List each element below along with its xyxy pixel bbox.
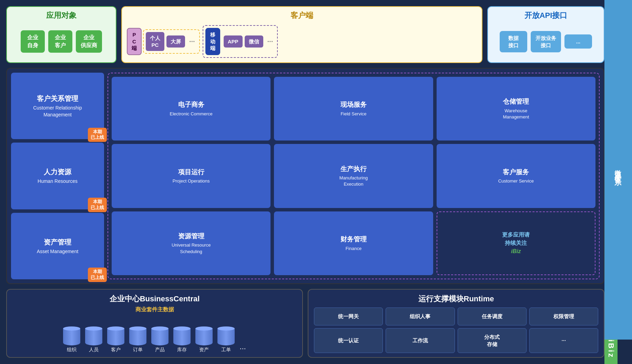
runtime-gateway: 统一网关 [314, 308, 383, 325]
warehouse-cn: 仓储管理 [503, 97, 529, 106]
cyl-order: 订单 [129, 326, 146, 353]
api-dots: ... [564, 34, 592, 49]
runtime-section: 运行支撑模块Runtime 统一网关 组织人事 任务调度 权限管理 统一认证 工… [308, 289, 604, 358]
cyl-order-shape [129, 326, 146, 345]
cs-cn: 客户服务 [503, 168, 529, 177]
cyl-dots-label: ··· [239, 344, 246, 353]
bc-cylinders: 组织 人员 客户 订单 产品 [12, 317, 297, 353]
crm-badge: 本期已上线 [88, 128, 107, 142]
ecommerce-en: Electronic Commerce [170, 111, 213, 117]
finance-cn: 财务管理 [340, 235, 367, 244]
app-item-1: 企业客户 [48, 30, 72, 53]
cyl-asset: 资产 [195, 326, 213, 353]
mfg-cn: 生产执行 [340, 165, 367, 174]
ibiz-text: iBiz生产体系 [606, 340, 616, 364]
hr-en: Human Resources [15, 178, 100, 185]
project-cn: 项目运行 [178, 168, 204, 177]
app-item-2: 企业供应商 [76, 30, 102, 53]
dots-1: ··· [187, 38, 197, 45]
business-central-section: 企业中心BusinessCentral 商业套件主数据 组织 人员 客户 订单 [6, 289, 303, 358]
api-items: 数据接口 开放业务接口 ... [493, 24, 599, 59]
manufacturing-card: 生产执行 ManufacturingExecution [274, 144, 433, 208]
field-en: Field Service [340, 111, 366, 117]
app-objects-title: 应用对象 [12, 10, 111, 21]
asset-badge: 本期已上线 [88, 268, 107, 282]
warehouse-en: WarehouseManagement [503, 108, 529, 120]
rs-cn: 资源管理 [178, 232, 204, 241]
top-row: 应用对象 企业自身 企业客户 企业供应商 客户端 PC端 个人PC 大屏 ···… [6, 6, 604, 63]
ibiz-label: iBiz生产体系 [604, 340, 618, 364]
asset-card: 资产管理 Asset Management 本期已上线 [11, 213, 104, 279]
resource-scheduling-card: 资源管理 Universal ResourceScheduling [112, 211, 271, 275]
cyl-stock: 库存 [173, 326, 191, 353]
rs-en: Universal ResourceScheduling [172, 242, 211, 254]
client-section: 客户端 PC端 个人PC 大屏 ··· 移动端 APP 微信 ··· [121, 6, 482, 63]
mobile-label: 移动端 [205, 28, 220, 55]
cyl-stock-shape [173, 326, 191, 345]
right-labels: 微服务体系 iBiz生产体系 [604, 0, 632, 364]
hr-badge: 本期已上线 [88, 198, 107, 212]
cyl-workorder-label: 工单 [221, 347, 231, 353]
cyl-customer-shape [107, 326, 124, 345]
crm-card: 客户关系管理 Customer RelationshipManagement 本… [11, 73, 104, 139]
client-title: 客户端 [127, 10, 477, 21]
api-section: 开放API接口 数据接口 开放业务接口 ... [487, 6, 604, 63]
app-objects-section: 应用对象 企业自身 企业客户 企业供应商 [6, 6, 116, 63]
big-screen: 大屏 [166, 35, 185, 48]
hr-card: 人力资源 Human Resources 本期已上线 [11, 143, 104, 209]
ecommerce-card: 电子商务 Electronic Commerce [112, 77, 271, 141]
cyl-person-shape [85, 326, 102, 345]
cyl-dots: ··· [239, 334, 246, 353]
more-card: 更多应用请持续关注iBiz [437, 211, 595, 275]
runtime-scheduler: 任务调度 [458, 308, 527, 325]
cyl-org-shape [63, 326, 80, 345]
pc-label: PC端 [127, 28, 142, 55]
cyl-product-shape [151, 326, 169, 345]
api-title: 开放API接口 [493, 10, 599, 21]
middle-row: 客户关系管理 Customer RelationshipManagement 本… [6, 68, 604, 284]
runtime-auth: 统一认证 [314, 328, 383, 353]
cyl-stock-label: 库存 [177, 347, 187, 353]
project-ops-card: 项目运行 Project Operations [112, 144, 271, 208]
more-text: 更多应用请持续关注iBiz [502, 231, 530, 256]
mobile-group: 移动端 APP 微信 ··· [203, 25, 278, 58]
cs-en: Customer Service [498, 178, 534, 184]
crm-cn: 客户关系管理 [15, 94, 100, 103]
asset-cn: 资产管理 [15, 237, 100, 247]
runtime-hr: 组织人事 [386, 308, 455, 325]
client-items: PC端 个人PC 大屏 ··· 移动端 APP 微信 ··· [127, 24, 477, 59]
wechat-item: 微信 [245, 35, 263, 48]
runtime-title: 运行支撑模块Runtime [314, 294, 598, 304]
cyl-customer: 客户 [107, 326, 124, 353]
finance-card: 财务管理 Finance [274, 211, 433, 275]
runtime-workflow: 工作流 [386, 328, 455, 353]
cyl-customer-label: 客户 [111, 347, 121, 353]
bottom-row: 企业中心BusinessCentral 商业套件主数据 组织 人员 客户 订单 [6, 289, 604, 358]
cyl-person: 人员 [85, 326, 102, 353]
bc-title: 企业中心BusinessCentral [12, 294, 297, 304]
field-cn: 现场服务 [340, 100, 367, 110]
cyl-order-label: 订单 [133, 347, 143, 353]
field-service-card: 现场服务 Field Service [274, 77, 433, 141]
mfg-en: ManufacturingExecution [339, 175, 368, 187]
customer-service-card: 客户服务 Customer Service [437, 144, 595, 208]
cyl-workorder: 工单 [217, 326, 235, 353]
cyl-product: 产品 [151, 326, 169, 353]
microservice-label: 微服务体系 [604, 0, 632, 340]
runtime-storage: 分布式存储 [458, 328, 527, 353]
runtime-grid: 统一网关 组织人事 任务调度 权限管理 统一认证 工作流 分布式存储 ··· [314, 308, 598, 353]
cyl-product-label: 产品 [155, 347, 165, 353]
runtime-dots: ··· [529, 328, 598, 353]
dots-2: ··· [265, 38, 275, 45]
app-objects-items: 企业自身 企业客户 企业供应商 [12, 24, 111, 59]
app-item-0: 企业自身 [21, 30, 45, 53]
hr-cn: 人力资源 [15, 167, 100, 177]
cyl-org: 组织 [63, 326, 80, 353]
cyl-org-label: 组织 [67, 347, 77, 353]
pc-sub-group: 个人PC 大屏 ··· [143, 29, 200, 54]
cyl-asset-shape [195, 326, 213, 345]
api-business: 开放业务接口 [531, 31, 561, 52]
api-data: 数据接口 [500, 31, 527, 52]
personal-pc: 个人PC [146, 32, 164, 51]
runtime-acl: 权限管理 [529, 308, 598, 325]
